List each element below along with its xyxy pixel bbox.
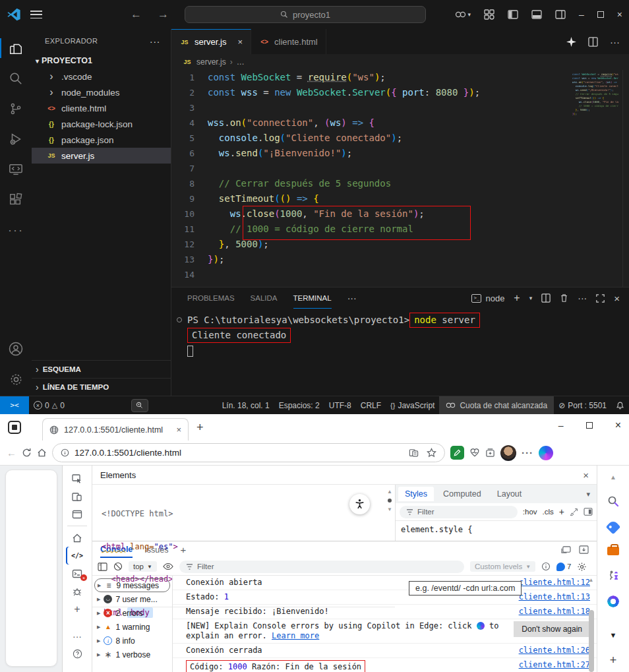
source-link[interactable]: cliente.html:13 xyxy=(519,592,590,602)
remote-explorer-icon[interactable] xyxy=(0,154,32,185)
tab-output[interactable]: SALIDA xyxy=(251,288,278,309)
minimize-icon[interactable]: – xyxy=(558,420,564,431)
doctype-node[interactable]: <!DOCTYPE html> xyxy=(102,509,173,518)
favorites-star-icon[interactable] xyxy=(427,448,436,458)
console-filter-warning[interactable]: ▶1 warning xyxy=(94,620,170,634)
project-root-folder[interactable]: ▾ PROYECTO1 xyxy=(32,53,171,69)
profile-avatar[interactable] xyxy=(500,445,516,461)
new-style-rule-icon[interactable]: + xyxy=(559,506,564,517)
new-terminal-icon[interactable]: + xyxy=(514,292,520,304)
zoom-status-icon[interactable] xyxy=(131,399,148,412)
console-filter-error[interactable]: ▶2 errors xyxy=(94,606,170,620)
explorer-item-.vscode[interactable]: .vscode xyxy=(32,69,171,84)
explorer-item-node_modules[interactable]: node_modules xyxy=(32,84,171,100)
source-link[interactable]: cliente.html:26 xyxy=(519,646,590,656)
toggle-sidebar-icon[interactable] xyxy=(508,9,518,20)
close-tab-icon[interactable]: × xyxy=(176,425,181,435)
inspect-icon[interactable] xyxy=(66,470,88,487)
tab-computed[interactable]: Computed xyxy=(436,487,488,501)
menu-icon[interactable] xyxy=(30,11,42,18)
close-devtools-icon[interactable]: × xyxy=(583,470,589,481)
split-screen-icon[interactable] xyxy=(409,448,419,458)
timeline-section[interactable]: ›LÍNEA DE TIEMPO xyxy=(32,378,171,396)
settings-gear-icon[interactable] xyxy=(0,364,32,394)
dont-show-again-button[interactable]: Don't show again xyxy=(514,621,590,637)
rail-add-icon[interactable]: + xyxy=(606,654,620,667)
browser-tab[interactable]: 127.0.0.1:5501/cliente.html × xyxy=(42,418,189,441)
elements-panel-icon[interactable]: </> xyxy=(66,547,88,565)
encoding[interactable]: UTF-8 xyxy=(324,396,356,414)
toggle-classes[interactable]: .cls xyxy=(543,508,554,516)
explorer-more-icon[interactable]: ··· xyxy=(150,36,160,47)
close-icon[interactable]: × xyxy=(617,9,622,20)
console-scrollbar[interactable]: ▲ xyxy=(587,577,595,672)
copilot-sparkle-icon[interactable] xyxy=(566,37,576,47)
accessibility-icon[interactable] xyxy=(349,494,370,514)
search-sidebar-icon[interactable] xyxy=(0,63,32,94)
back-arrow-icon[interactable]: ← xyxy=(131,8,142,21)
live-expression-icon[interactable] xyxy=(561,545,571,554)
element-style-rule[interactable]: element.style { xyxy=(396,521,597,534)
outline-section[interactable]: ›ESQUEMA xyxy=(32,360,171,378)
new-tab-icon[interactable]: + xyxy=(196,421,204,435)
customize-layout-icon[interactable] xyxy=(484,9,494,20)
tab-problems[interactable]: PROBLEMAS xyxy=(187,288,235,309)
explorer-item-cliente.html[interactable]: cliente.html xyxy=(32,100,171,116)
log-levels-selector[interactable]: Custom levels▼ xyxy=(470,561,535,572)
indentation[interactable]: Espacios: 2 xyxy=(274,396,324,414)
tab-activity-icon[interactable] xyxy=(8,421,21,434)
console-panel-icon[interactable]: × xyxy=(66,565,88,582)
console-settings-gear-icon[interactable] xyxy=(577,562,587,572)
rail-games-icon[interactable] xyxy=(606,570,620,581)
html-node[interactable]: <html lang="es"> xyxy=(102,541,395,553)
rail-shopping-tag-icon[interactable] xyxy=(606,522,620,532)
language-mode[interactable]: {}JavaScript xyxy=(386,396,439,414)
source-link[interactable]: cliente.html:18 xyxy=(519,607,590,617)
terminal-output[interactable]: PS C:\tutorialesya\websockets\proyecto1>… xyxy=(171,309,629,358)
toggle-secondary-sidebar-icon[interactable] xyxy=(555,9,566,20)
explorer-item-package-lock.json[interactable]: package-lock.json xyxy=(32,116,171,132)
remote-indicator[interactable]: >< xyxy=(0,396,29,414)
tab-terminal[interactable]: TERMINAL xyxy=(293,288,332,309)
account-icon[interactable] xyxy=(0,334,32,364)
close-icon[interactable]: × xyxy=(615,419,621,431)
run-debug-icon[interactable] xyxy=(0,124,32,154)
more-tabs-chevron-icon[interactable]: ▾ xyxy=(586,490,594,499)
dom-tree-pane[interactable]: <!DOCTYPE html> <html lang="es"> <head><… xyxy=(92,485,396,541)
welcome-home-icon[interactable] xyxy=(66,529,88,547)
brush-icon[interactable] xyxy=(570,508,578,516)
console-filter-verbose[interactable]: ▶1 verbose xyxy=(94,648,170,661)
code-editor[interactable]: 1const WebSocket = require("ws");2const … xyxy=(171,70,629,287)
explorer-item-server.js[interactable]: server.js xyxy=(32,148,171,164)
browser-essentials-icon[interactable] xyxy=(469,448,480,458)
copilot-status[interactable]: Cuota de chat alcanzada xyxy=(439,396,554,414)
toggle-panel-icon[interactable] xyxy=(531,9,542,20)
forward-arrow-icon[interactable]: → xyxy=(158,8,169,21)
tab-layout[interactable]: Layout xyxy=(491,487,529,501)
copilot-icon[interactable] xyxy=(539,446,553,460)
learn-more-link[interactable]: Learn more xyxy=(272,631,319,640)
rail-tools-icon[interactable] xyxy=(606,547,620,555)
terminal-instance[interactable]: >_ node xyxy=(471,293,504,303)
add-panel-icon[interactable]: + xyxy=(66,600,88,618)
toggle-hover-state[interactable]: :hov xyxy=(523,508,537,516)
split-terminal-icon[interactable] xyxy=(541,293,551,303)
notifications-bell-icon[interactable] xyxy=(611,396,629,414)
site-info-icon[interactable] xyxy=(61,448,69,457)
copilot-titlebar-icon[interactable]: ▾ xyxy=(455,10,471,19)
editor-scrollbar[interactable] xyxy=(622,70,629,287)
source-link[interactable]: cliente.html:12 xyxy=(519,578,590,588)
console-filter-user[interactable]: ▶7 user me... xyxy=(94,592,170,606)
settings-more-icon[interactable]: ··· xyxy=(522,447,533,458)
port-status[interactable]: ⊘Port : 5501 xyxy=(554,396,611,414)
rail-expand-icon[interactable]: ▼ xyxy=(606,631,620,639)
explorer-icon[interactable] xyxy=(0,33,32,63)
debug-icon[interactable] xyxy=(66,582,88,600)
maximize-icon[interactable] xyxy=(586,420,593,431)
help-icon[interactable] xyxy=(66,645,88,663)
console-filter-list[interactable]: ▶9 messages xyxy=(94,578,170,592)
screenshot-extension-icon[interactable] xyxy=(450,446,464,460)
source-link[interactable]: cliente.html:27 xyxy=(519,660,590,670)
tab-server-js[interactable]: server.js × xyxy=(171,29,251,54)
rail-search-icon[interactable] xyxy=(606,495,620,507)
